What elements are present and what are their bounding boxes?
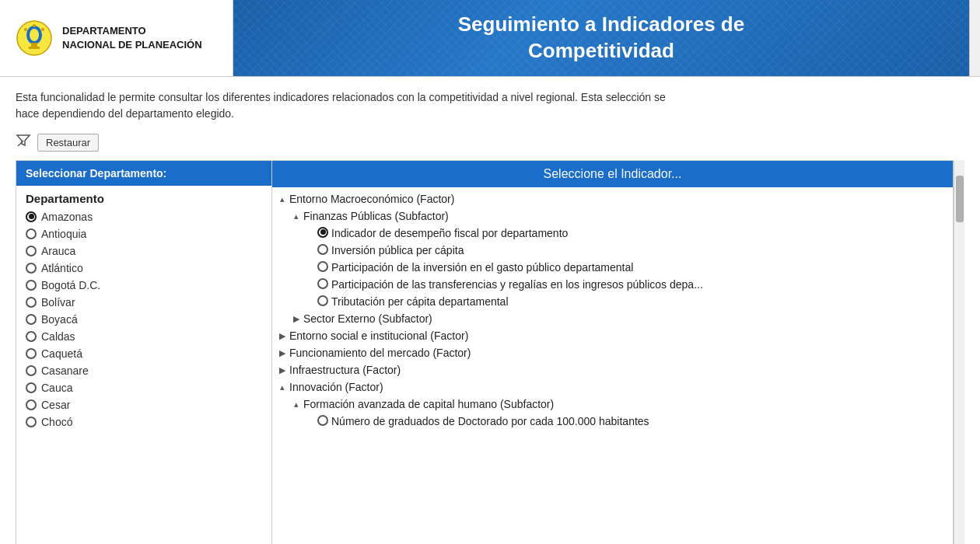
radio-circle xyxy=(26,263,37,274)
svg-point-2 xyxy=(30,29,39,41)
page-title: Seguimiento a Indicadores de Competitivi… xyxy=(458,12,744,65)
dept-item[interactable]: Amazonas xyxy=(16,208,271,225)
tree-item-label: Entorno social e institucional (Factor) xyxy=(289,330,953,342)
dept-item-label: Cauca xyxy=(41,382,72,394)
dept-item[interactable]: Atlántico xyxy=(16,260,271,277)
dept-item[interactable]: Caldas xyxy=(16,328,271,345)
dept-list: Departamento AmazonasAntioquiaAraucaAtlá… xyxy=(16,186,271,544)
radio-circle xyxy=(26,211,37,222)
tree-item[interactable]: ▶Sector Externo (Subfactor) xyxy=(272,310,953,327)
tree-radio-circle xyxy=(317,415,328,426)
tree-item-label: Inversión pública per cápita xyxy=(331,244,953,256)
svg-point-6 xyxy=(41,28,44,31)
logo-text: DEPARTAMENTO NACIONAL DE PLANEACIÓN xyxy=(62,24,202,52)
tree-item-label: Número de graduados de Doctorado por cad… xyxy=(331,415,953,427)
dept-group-label: Departamento xyxy=(16,189,271,208)
tree-item[interactable]: ▴Entorno Macroeconómico (Factor) xyxy=(272,190,953,207)
filter-bar: Restaurar xyxy=(0,128,980,160)
tree-radio-circle xyxy=(317,278,328,289)
dept-item[interactable]: Antioquia xyxy=(16,225,271,242)
tree-item[interactable]: ▴Innovación (Factor) xyxy=(272,378,953,396)
dept-item-label: Chocó xyxy=(41,416,72,428)
dept-item-label: Amazonas xyxy=(41,211,93,223)
tree-item[interactable]: ▶Entorno social e institucional (Factor) xyxy=(272,327,953,344)
tree-item[interactable]: ▶Infraestructura (Factor) xyxy=(272,361,953,378)
tree-item[interactable]: ▴Formación avanzada de capital humano (S… xyxy=(272,396,953,413)
header-scrollbar xyxy=(969,0,980,76)
filter-icon[interactable] xyxy=(16,133,31,152)
dept-item[interactable]: Bolívar xyxy=(16,294,271,311)
page-scrollbar[interactable] xyxy=(954,160,964,544)
dept-item[interactable]: Caquetá xyxy=(16,345,271,362)
dept-item-label: Casanare xyxy=(41,364,89,377)
tree-item-label: Sector Externo (Subfactor) xyxy=(303,312,953,325)
dept-item-label: Boyacá xyxy=(41,313,78,326)
dept-item-label: Caldas xyxy=(41,330,75,343)
tree-item[interactable]: Indicador de desempeño fiscal por depart… xyxy=(272,225,953,242)
radio-circle xyxy=(26,365,37,376)
indicator-panel: Seleccione el Indicador... ▴Entorno Macr… xyxy=(272,160,954,544)
tree-item[interactable]: Número de graduados de Doctorado por cad… xyxy=(272,413,953,430)
tree-arrow-icon: ▶ xyxy=(275,331,289,341)
tree-item[interactable]: ▴Finanzas Públicas (Subfactor) xyxy=(272,207,953,225)
tree-item[interactable]: Participación de la inversión en el gast… xyxy=(272,259,953,276)
dept-item[interactable]: Chocó xyxy=(16,413,271,431)
page-description: Esta funcionalidad le permite consultar … xyxy=(0,77,700,128)
tree-radio-circle xyxy=(317,227,328,238)
tree-item[interactable]: Participación de las transferencias y re… xyxy=(272,276,953,293)
tree-arrow-icon: ▶ xyxy=(289,314,303,324)
tree-arrow-icon: ▴ xyxy=(289,211,303,221)
dept-panel-header: Seleccionar Departamento: xyxy=(16,161,271,186)
indicator-panel-header: Seleccione el Indicador... xyxy=(272,161,953,187)
tree-radio-circle xyxy=(317,261,328,272)
tree-item-label: Innovación (Factor) xyxy=(289,381,953,393)
tree-arrow-icon: ▶ xyxy=(275,348,289,358)
tree-item-label: Finanzas Públicas (Subfactor) xyxy=(303,210,953,222)
radio-circle xyxy=(26,331,37,342)
main-content: Seleccionar Departamento: Departamento A… xyxy=(0,160,980,544)
dept-item-label: Cesar xyxy=(41,399,70,411)
radio-circle xyxy=(26,399,37,410)
dept-item[interactable]: Casanare xyxy=(16,362,271,379)
dept-item[interactable]: Bogotá D.C. xyxy=(16,277,271,294)
scrollbar-thumb xyxy=(956,176,964,222)
indicator-list: ▴Entorno Macroeconómico (Factor)▴Finanza… xyxy=(272,187,953,544)
tree-item-label: Funcionamiento del mercado (Factor) xyxy=(289,347,953,359)
dept-item[interactable]: Cesar xyxy=(16,396,271,413)
svg-line-8 xyxy=(18,141,23,146)
tree-arrow-icon: ▴ xyxy=(289,399,303,410)
tree-arrow-icon: ▴ xyxy=(275,194,289,204)
dept-item-label: Bogotá D.C. xyxy=(41,279,100,291)
radio-circle xyxy=(26,417,37,427)
dept-item[interactable]: Boyacá xyxy=(16,311,271,328)
svg-point-5 xyxy=(24,28,27,31)
radio-circle xyxy=(26,246,37,256)
svg-point-7 xyxy=(33,24,36,27)
header-title-area: Seguimiento a Indicadores de Competitivi… xyxy=(233,0,969,76)
tree-item-label: Formación avanzada de capital humano (Su… xyxy=(303,398,953,410)
radio-circle xyxy=(26,348,37,359)
tree-item[interactable]: Tributación per cápita departamental xyxy=(272,293,953,310)
tree-arrow-icon: ▴ xyxy=(275,382,289,392)
svg-rect-4 xyxy=(29,47,40,49)
radio-circle xyxy=(26,280,37,291)
tree-item-label: Tributación per cápita departamental xyxy=(331,295,953,308)
dept-item-label: Caquetá xyxy=(41,347,82,360)
department-panel: Seleccionar Departamento: Departamento A… xyxy=(16,160,272,544)
dept-item[interactable]: Cauca xyxy=(16,379,271,396)
tree-radio-circle xyxy=(317,244,328,255)
tree-radio-circle xyxy=(317,295,328,306)
tree-item[interactable]: ▶Funcionamiento del mercado (Factor) xyxy=(272,344,953,361)
tree-item-label: Participación de las transferencias y re… xyxy=(331,278,953,291)
dept-item-label: Atlántico xyxy=(41,262,83,274)
radio-circle xyxy=(26,228,37,239)
radio-circle xyxy=(26,382,37,393)
dept-item[interactable]: Arauca xyxy=(16,242,271,260)
radio-circle xyxy=(26,314,37,325)
logo-emblem-icon xyxy=(16,19,53,57)
tree-arrow-icon: ▶ xyxy=(275,365,289,375)
dept-item-label: Antioquia xyxy=(41,228,86,240)
restore-button[interactable]: Restaurar xyxy=(37,134,99,152)
page-header: DEPARTAMENTO NACIONAL DE PLANEACIÓN Segu… xyxy=(0,0,980,77)
tree-item[interactable]: Inversión pública per cápita xyxy=(272,242,953,259)
